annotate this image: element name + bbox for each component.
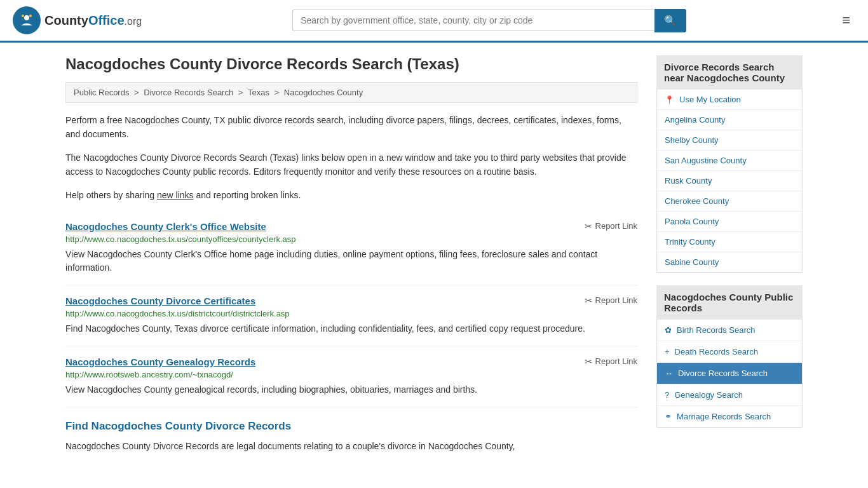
resource-url-2[interactable]: http://www.co.nacogdoches.tx.us/district… [65,309,637,318]
resource-item-1: Nacogdoches County Clerk's Office Websit… [65,211,637,285]
resource-desc-1: View Nacogdoches County Clerk's Office h… [65,248,637,274]
breadcrumb: Public Records > Divorce Records Search … [65,82,637,103]
sidebar-nearby: Divorce Records Search near Nacogdoches … [656,55,803,273]
birth-icon: ✿ [665,325,672,335]
search-button[interactable]: 🔍 [654,9,686,32]
sidebar-item-panola[interactable]: Panola County [657,212,802,232]
sidebar-nearby-title: Divorce Records Search near Nacogdoches … [656,55,803,90]
breadcrumb-public-records[interactable]: Public Records [74,88,129,97]
svg-point-1 [24,15,29,20]
sidebar-item-birth[interactable]: ✿ Birth Records Search [657,320,802,341]
report-link-2[interactable]: ✂ Report Link [585,295,637,306]
genealogy-icon: ? [665,390,669,400]
report-icon-3: ✂ [585,356,592,367]
description-2: The Nacogdoches County Divorce Records S… [65,151,637,179]
sidebar-item-divorce[interactable]: ↔ Divorce Records Search [657,363,802,384]
sidebar-item-angelina[interactable]: Angelina County [657,110,802,130]
resource-title-1[interactable]: Nacogdoches County Clerk's Office Websit… [65,221,266,232]
svg-point-2 [22,15,24,17]
report-icon-2: ✂ [585,295,592,306]
report-icon-1: ✂ [585,221,592,231]
resource-desc-2: Find Nacogdoches County, Texas divorce c… [65,322,637,336]
menu-icon[interactable]: ≡ [837,10,855,31]
sidebar-item-san-augustine[interactable]: San Augustine County [657,151,802,171]
sidebar-public-records-title: Nacogdoches County Public Records [656,285,803,320]
description-3: Help others by sharing new links and rep… [65,188,637,202]
sidebar: Divorce Records Search near Nacogdoches … [656,55,803,462]
breadcrumb-divorce-records[interactable]: Divorce Records Search [144,88,233,97]
search-input[interactable] [292,10,654,31]
find-section-desc: Nacogdoches County Divorce Records are l… [65,439,637,453]
report-link-1[interactable]: ✂ Report Link [585,221,637,231]
search-area: 🔍 [292,9,686,32]
new-links[interactable]: new links [157,190,194,200]
report-link-3[interactable]: ✂ Report Link [585,356,637,367]
sidebar-public-records: Nacogdoches County Public Records ✿ Birt… [656,285,803,428]
logo-text: CountyOffice.org [44,13,142,28]
logo-area: CountyOffice.org [13,6,142,34]
sidebar-item-trinity[interactable]: Trinity County [657,232,802,252]
sidebar-item-use-location[interactable]: 📍 Use My Location [657,90,802,110]
sidebar-item-sabine[interactable]: Sabine County [657,252,802,272]
resource-desc-3: View Nacogdoches County genealogical rec… [65,383,637,396]
hamburger-icon: ≡ [842,12,850,28]
sidebar-item-shelby[interactable]: Shelby County [657,130,802,151]
svg-point-3 [29,15,32,17]
header: CountyOffice.org 🔍 ≡ [0,0,868,43]
sidebar-item-marriage[interactable]: ⚭ Marriage Records Search [657,406,802,427]
content-wrapper: Nacogdoches County Divorce Records Searc… [53,43,815,475]
logo-icon [13,6,41,34]
find-section-title: Find Nacogdoches County Divorce Records [65,420,637,433]
death-icon: + [665,347,670,356]
sidebar-item-death[interactable]: + Death Records Search [657,341,802,363]
resource-title-3[interactable]: Nacogdoches County Genealogy Records [65,356,255,367]
resource-item-3: Nacogdoches County Genealogy Records ✂ R… [65,346,637,407]
divorce-icon: ↔ [665,369,673,378]
breadcrumb-county[interactable]: Nacogdoches County [284,88,363,97]
resource-title-2[interactable]: Nacogdoches County Divorce Certificates [65,295,255,306]
sidebar-item-genealogy[interactable]: ? Genealogy Search [657,384,802,406]
resource-url-1[interactable]: http://www.co.nacogdoches.tx.us/countyof… [65,234,637,244]
description-1: Perform a free Nacogdoches County, TX pu… [65,113,637,142]
sidebar-item-cherokee[interactable]: Cherokee County [657,191,802,212]
sidebar-nearby-list: 📍 Use My Location Angelina County Shelby… [656,90,803,273]
main-content: Nacogdoches County Divorce Records Searc… [65,55,637,462]
search-icon: 🔍 [664,15,677,26]
sidebar-item-rusk[interactable]: Rusk County [657,171,802,191]
page-title: Nacogdoches County Divorce Records Searc… [65,55,637,73]
resource-item-2: Nacogdoches County Divorce Certificates … [65,285,637,346]
sidebar-public-records-list: ✿ Birth Records Search + Death Records S… [656,320,803,428]
breadcrumb-texas[interactable]: Texas [248,88,269,97]
resource-url-3[interactable]: http://www.rootsweb.ancestry.com/~txnaco… [65,370,637,379]
marriage-icon: ⚭ [665,412,672,421]
location-icon: 📍 [665,95,674,104]
